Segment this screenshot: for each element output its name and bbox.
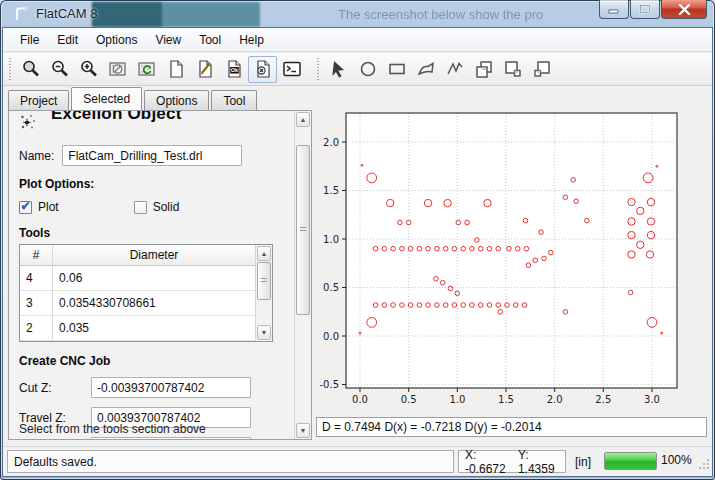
coord-y: Y: 1.4359 (518, 448, 559, 476)
tab-options[interactable]: Options (144, 90, 209, 110)
tools-table: # Diameter 4 0.06 3 0.0354330708661 (19, 244, 273, 342)
move-objects-button[interactable] (498, 56, 527, 83)
menu-file[interactable]: File (11, 30, 48, 50)
zoom-in-button[interactable] (74, 56, 103, 83)
tools-label: Tools (19, 226, 294, 240)
toolbar: Ok (3, 53, 712, 86)
menu-options[interactable]: Options (87, 30, 146, 50)
scroll-up-icon[interactable]: ▲ (257, 246, 271, 261)
cut-z-input[interactable] (91, 377, 251, 398)
tool-number: 4 (20, 266, 53, 290)
tools-table-header-diameter[interactable]: Diameter (53, 245, 255, 265)
plot-checkbox[interactable]: ✔ Plot (19, 200, 59, 214)
polyline-tool-icon (444, 58, 466, 80)
app-window: The screenshot below show the pro FlatCA… (0, 0, 715, 480)
resize-grip[interactable] (698, 456, 710, 474)
tab-selected[interactable]: Selected (71, 87, 142, 110)
shell-button[interactable] (277, 56, 306, 83)
svg-text:3.0: 3.0 (644, 394, 660, 405)
table-scrollbar-thumb[interactable] (257, 262, 271, 300)
duplicate-objects-button[interactable] (527, 56, 556, 83)
minimize-button[interactable] (599, 0, 629, 19)
zoom-in-icon (78, 58, 100, 80)
clear-plot-button[interactable] (103, 56, 132, 83)
panel-scrollbar-thumb[interactable] (296, 145, 310, 315)
background-window-artifact (92, 2, 162, 27)
progress-percent: 100% (661, 453, 692, 467)
tools-table-header-num[interactable]: # (20, 245, 53, 265)
table-row[interactable]: 3 0.0354330708661 (20, 291, 255, 316)
plot-canvas[interactable]: 0.00.51.01.52.02.53.0-0.50.00.51.01.52.0 (316, 95, 707, 412)
polygon-tool-icon (415, 58, 437, 80)
maximize-button[interactable] (630, 0, 660, 19)
draw-rectangle-button[interactable] (382, 56, 411, 83)
table-scrollbar[interactable]: ▲ ▼ (255, 245, 272, 341)
scroll-up-icon[interactable]: ▲ (296, 112, 310, 127)
replot-button[interactable] (132, 56, 161, 83)
new-project-button[interactable] (161, 56, 190, 83)
move-icon (502, 58, 524, 80)
edit-object-button[interactable] (190, 56, 219, 83)
draw-circle-button[interactable] (353, 56, 382, 83)
clear-plot-icon (107, 58, 129, 80)
workspace: Project Selected Options Tool Excellon O… (3, 86, 712, 446)
plot-checkbox-box[interactable]: ✔ (19, 201, 32, 214)
toolbar-grip[interactable] (6, 57, 13, 81)
new-file-icon (165, 58, 187, 80)
svg-text:0.0: 0.0 (352, 394, 368, 405)
solid-checkbox-label: Solid (153, 200, 180, 214)
tool-diameter: 0.06 (53, 266, 255, 290)
flatcam-logo-icon (12, 5, 30, 23)
zoom-fit-button[interactable] (16, 56, 45, 83)
accept-object-button[interactable]: Ok (219, 56, 248, 83)
zoom-out-icon (49, 58, 71, 80)
menu-view[interactable]: View (146, 30, 190, 50)
svg-text:1.5: 1.5 (498, 394, 514, 405)
table-row[interactable]: 2 0.035 (20, 316, 255, 341)
name-input[interactable] (62, 145, 242, 166)
toolbar-grip[interactable] (314, 57, 321, 81)
cnc-job-label: Create CNC Job (19, 354, 294, 368)
cancel-object-button[interactable] (248, 56, 277, 83)
close-button[interactable] (661, 0, 707, 19)
circle-tool-icon (357, 58, 379, 80)
feed-rate-input[interactable] (91, 437, 251, 439)
panel-scrollbar[interactable]: ▲ ▼ (294, 111, 311, 439)
menu-tool[interactable]: Tool (190, 30, 230, 50)
draw-polygon-button[interactable] (411, 56, 440, 83)
plot-checkbox-label: Plot (38, 200, 59, 214)
select-tool-button[interactable] (324, 56, 353, 83)
menu-help[interactable]: Help (230, 30, 273, 50)
shell-icon (281, 58, 303, 80)
scroll-down-icon[interactable]: ▼ (296, 423, 310, 438)
scroll-down-icon[interactable]: ▼ (257, 325, 271, 340)
progress-bar (604, 452, 657, 470)
progress-bar-fill (605, 453, 656, 469)
panel-content: Excellon Object Name: Plot Options: ✔ Pl… (9, 111, 294, 439)
selected-panel: Excellon Object Name: Plot Options: ✔ Pl… (8, 110, 312, 440)
tools-section-note: Select from the tools section above (19, 422, 206, 436)
scatter-plot[interactable]: 0.00.51.01.52.02.53.0-0.50.00.51.01.52.0 (316, 95, 707, 412)
tab-project[interactable]: Project (8, 90, 69, 110)
status-message-text: Defaults saved. (14, 455, 97, 469)
excellon-drill-icon (19, 113, 37, 135)
rectangle-tool-icon (386, 58, 408, 80)
edit-file-icon (194, 58, 216, 80)
tab-bar: Project Selected Options Tool (8, 88, 259, 110)
solid-checkbox[interactable]: ✔ Solid (134, 200, 180, 214)
titlebar[interactable]: The screenshot below show the pro FlatCA… (0, 0, 715, 28)
copy-icon (473, 58, 495, 80)
tab-tool[interactable]: Tool (211, 90, 257, 110)
table-row[interactable]: 4 0.06 (20, 266, 255, 291)
svg-text:2.5: 2.5 (595, 394, 611, 405)
solid-checkbox-box[interactable]: ✔ (134, 201, 147, 214)
cancel-file-icon (252, 58, 274, 80)
statusbar: Defaults saved. X: -0.6672 Y: 1.4359 [in… (3, 446, 712, 476)
name-label: Name: (19, 149, 54, 163)
svg-text:2.0: 2.0 (323, 137, 339, 148)
zoom-out-button[interactable] (45, 56, 74, 83)
copy-objects-button[interactable] (469, 56, 498, 83)
draw-polyline-button[interactable] (440, 56, 469, 83)
menu-edit[interactable]: Edit (48, 30, 87, 50)
svg-text:1.0: 1.0 (323, 234, 339, 245)
